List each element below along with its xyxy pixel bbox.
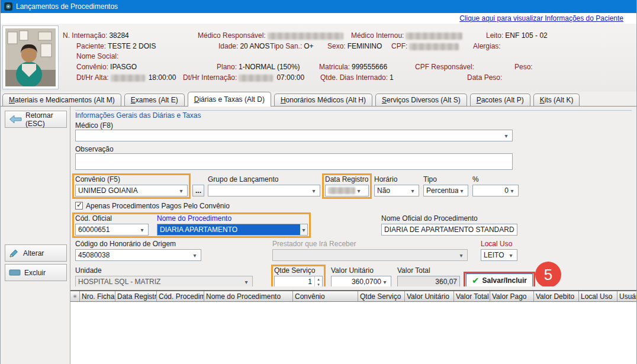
cod-honorario-combobox[interactable]: 45080038 ▾ [75,249,201,261]
grid-column-header[interactable]: Cód. Procedimento [157,291,204,301]
window-title: Lançamentos de Procedimentos [16,2,118,11]
convenio-combobox[interactable]: UNIMED GOIANIA ▾ [75,185,188,197]
tab-exames-alt-e[interactable]: Exames (Alt E) [124,94,185,106]
chevron-down-icon[interactable]: ▾ [191,252,198,259]
tab-materiais-e-medicamentos-alt-m[interactable]: Materiais e Medicamentos (Alt M) [2,94,121,106]
apenas-pagos-checkbox[interactable]: ✓ Apenas Procedimentos Pagos Pelo Convên… [75,201,632,210]
form-area: Informações Gerais das Diárias e Taxas M… [70,107,636,286]
grid-column-header[interactable]: Valor Pago [490,291,534,301]
field-label: Médico Responsável: [198,31,266,40]
chevron-down-icon[interactable]: ▾ [381,279,388,285]
eraser-icon [9,269,21,276]
local-uso-field: Local Uso LEITO ▾ [481,240,517,261]
retornar-button[interactable]: Retornar (ESC) [5,111,67,128]
alterar-button[interactable]: Alterar [5,244,67,262]
grid-column-header[interactable]: Valor Total [454,291,490,301]
grid-column-header[interactable]: Local Uso [579,291,617,301]
chevron-down-icon[interactable]: ▾ [139,227,146,233]
grid-column-header[interactable]: Nro. Ficha [80,291,115,301]
alterar-label: Alterar [23,249,44,257]
convenio-value: IPASGO [110,63,137,71]
field-label: CPF: [391,42,407,50]
local-uso-combobox[interactable]: LEITO ▾ [481,249,517,261]
spinner-down-icon[interactable]: ▾ [315,282,322,286]
chevron-down-icon[interactable]: ▾ [458,188,465,194]
medico-combobox[interactable]: ▾ [75,130,513,141]
checkbox-box[interactable]: ✓ [75,202,83,210]
valor-total-label: Valor Total [397,266,460,275]
nome-oficial-field: Nome Oficial do Procedimento DIARIA DE A… [381,214,517,236]
field-label: Peso: [514,63,533,71]
cod-oficial-field: Cód. Oficial 60000651 ▾ [75,214,149,236]
qtde-servico-stepper[interactable]: 1 ▴ ▾ [274,276,323,286]
grid-column-header[interactable]: Valor Debito [534,291,579,301]
chevron-down-icon[interactable]: ▾ [509,188,516,194]
salvar-incluir-button[interactable]: ✔ Salvar/Incluir [466,273,533,286]
green-check-icon: ✔ [472,275,480,286]
cod-oficial-combobox[interactable]: 60000651 ▾ [75,224,149,236]
grid-column-header[interactable]: Convênio [293,291,358,301]
data-registro-combobox[interactable]: ▾ [325,185,369,197]
tipo-desconto-combobox[interactable]: Percentual ▾ [423,185,468,197]
chevron-down-icon[interactable]: ▾ [409,188,416,194]
tab-servi-os-diversos-alt-s[interactable]: Serviços Diversos (Alt S) [375,94,467,106]
data-registro-field: Data Registro ▾ [325,175,369,197]
nome-procedimento-combobox[interactable]: DIARIA APARTAMENTO ▾ [157,224,308,236]
qtde-servico-value: 1 [275,276,314,286]
qtde-servico-field: Qtde Serviço 1 ▴ ▾ [274,266,323,286]
patient-photo [2,25,59,89]
nome-oficial-textbox[interactable]: DIARIA DE APARTAMENTO STANDARD [381,224,517,236]
acresc-desc-combobox[interactable]: 0 ▾ [472,185,519,197]
field-label: Paciente: [76,42,106,50]
data-registro-label: Data Registro [325,175,369,183]
redacted-value [268,33,343,40]
grid-body[interactable] [70,302,636,364]
chevron-down-icon[interactable]: ▾ [503,133,510,139]
valor-unitario-combobox[interactable]: 360,0700 ▾ [331,276,391,286]
field-label: Plano: [217,63,237,71]
medico-label: Médico (F8) [75,121,632,130]
cod-oficial-label: Cód. Oficial [75,214,149,223]
unidade-value: HOSPITAL SQL - MATRIZ [78,278,243,286]
nome-oficial-label: Nome Oficial do Procedimento [381,214,517,223]
field-label: Qtde. Dias Internado: [320,73,388,82]
titlebar[interactable]: Lançamentos de Procedimentos [1,0,636,13]
grupo-lancamento-label: Grupo de Lançamento [208,175,320,183]
grid-column-header[interactable]: Usuário [617,291,636,301]
convenio-value: UNIMED GOIANIA [78,186,178,195]
spinner-up-icon[interactable]: ▴ [315,276,322,282]
observacao-textbox[interactable] [75,153,513,170]
grid-column-header[interactable]: Data Registro [115,291,157,301]
tab-honor-rios-m-dicos-alt-h[interactable]: Honorários Médicos (Alt H) [274,94,372,106]
valor-total-readonly: 360,07 [397,276,460,286]
chevron-down-icon[interactable]: ▾ [178,188,185,194]
field-label: Médico Internou: [351,31,404,40]
patient-info-link[interactable]: Clique aqui para visualizar Informações … [459,14,623,22]
tab-kits-alt-k[interactable]: Kits (Alt K) [533,94,580,106]
nome-procedimento-field: Nome do Procedimento DIARIA APARTAMENTO … [157,214,308,236]
horario-especial-combobox[interactable]: Não ▾ [374,185,419,197]
grid-column-header[interactable]: Qtde Serviço [358,291,405,301]
chevron-down-icon[interactable]: ▾ [507,252,514,259]
grid-column-header[interactable]: Valor Unitário [405,291,454,301]
chevron-down-icon[interactable]: ▾ [300,224,307,235]
field-label: N. Internação: [63,31,107,40]
browse-button[interactable]: ... [192,185,204,197]
grid-indicator-column: ✳ [70,291,80,301]
grupo-lancamento-combobox[interactable]: ▾ [208,185,320,197]
procedimento-highlight-group: Cód. Oficial 60000651 ▾ Nome do Procedim… [75,214,308,236]
qtde-servico-label: Qtde Serviço [274,266,323,275]
grid-column-header[interactable]: Nome do Procedimento [204,291,293,301]
observacao-label: Observação [75,145,632,153]
chevron-down-icon: ▾ [458,252,465,259]
tab-pacotes-alt-p[interactable]: Pacotes (Alt P) [470,94,530,106]
excluir-button[interactable]: Excluir [5,264,67,281]
leito-value: ENF 105 - 02 [505,31,547,40]
valor-total-field: Valor Total 360,07 [397,266,460,286]
chevron-down-icon[interactable]: ▾ [310,188,317,194]
tab-di-rias-e-taxas-alt-d[interactable]: Diárias e Taxas (Alt D) [188,92,271,107]
field-label: Sexo: [327,42,346,50]
excluir-label: Excluir [24,269,46,277]
prestador-combobox: ▾ [272,249,468,261]
chevron-down-icon[interactable]: ▾ [355,188,362,194]
